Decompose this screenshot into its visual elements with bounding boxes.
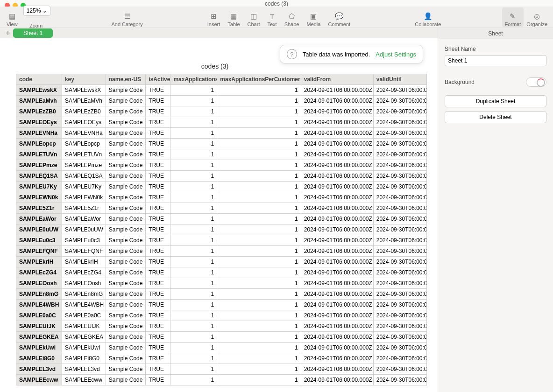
table-row[interactable]: SAMPLEVNHaSAMPLEVNHaSample CodeTRUE11202… <box>16 128 427 139</box>
cell-name[interactable]: Sample Code <box>106 300 146 310</box>
cell-isactive[interactable]: TRUE <box>146 235 170 246</box>
cell-maxappcust[interactable]: 1 <box>217 235 301 246</box>
cell-code[interactable]: SAMPLEcZG4 <box>16 267 62 278</box>
chart-button[interactable]: ◫Chart <box>244 7 264 27</box>
table-row[interactable]: SAMPLEFQNFSAMPLEFQNFSample CodeTRUE11202… <box>16 246 427 257</box>
duplicate-sheet-button[interactable]: Duplicate Sheet <box>445 95 546 107</box>
cell-name[interactable]: Sample Code <box>106 375 146 385</box>
cell-maxapp[interactable]: 1 <box>170 343 217 353</box>
cell-isactive[interactable]: TRUE <box>146 343 170 353</box>
cell-maxapp[interactable]: 1 <box>170 364 217 375</box>
cell-validfrom[interactable]: 2024-09-01T06:00:00.000Z <box>301 85 373 96</box>
cell-key[interactable]: SAMPLEVNHa <box>62 128 106 139</box>
col-header-isactive[interactable]: isActive <box>146 74 170 85</box>
table-row[interactable]: SAMPLEn8mGSAMPLEn8mGSample CodeTRUE11202… <box>16 289 427 300</box>
background-toggle[interactable] <box>526 77 546 87</box>
cell-isactive[interactable]: TRUE <box>146 117 170 128</box>
cell-validfrom[interactable]: 2024-09-01T06:00:00.000Z <box>301 364 373 375</box>
add-sheet-button[interactable]: + <box>3 29 13 37</box>
cell-name[interactable]: Sample Code <box>106 278 146 289</box>
cell-isactive[interactable]: TRUE <box>146 96 170 106</box>
cell-key[interactable]: SAMPLEi8G0 <box>62 353 106 364</box>
cell-isactive[interactable]: TRUE <box>146 214 170 224</box>
cell-isactive[interactable]: TRUE <box>146 224 170 235</box>
cell-validfrom[interactable]: 2024-09-01T06:00:00.000Z <box>301 128 373 139</box>
cell-name[interactable]: Sample Code <box>106 117 146 128</box>
cell-code[interactable]: SAMPLEPmze <box>16 160 62 171</box>
col-header-maxappcust[interactable]: maxApplicationsPerCustomer <box>217 74 301 85</box>
cell-maxapp[interactable]: 1 <box>170 171 217 182</box>
cell-maxapp[interactable]: 1 <box>170 235 217 246</box>
table-row[interactable]: SAMPLE4WBHSAMPLE4WBHSample CodeTRUE11202… <box>16 300 427 310</box>
cell-validuntil[interactable]: 2024-09-30T06:00:00 <box>373 235 426 246</box>
cell-key[interactable]: SAMPLEWN0k <box>62 192 106 203</box>
table-row[interactable]: SAMPLEaMvhSAMPLEaMVhSample CodeTRUE11202… <box>16 96 427 106</box>
cell-name[interactable]: Sample Code <box>106 149 146 160</box>
cell-validuntil[interactable]: 2024-09-30T06:00:00 <box>373 128 426 139</box>
cell-validfrom[interactable]: 2024-09-01T06:00:00.000Z <box>301 257 373 267</box>
cell-name[interactable]: Sample Code <box>106 246 146 257</box>
table-row[interactable]: SAMPLEU7KySAMPLEU7KySample CodeTRUE11202… <box>16 182 427 192</box>
cell-maxappcust[interactable]: 1 <box>217 332 301 343</box>
table-row[interactable]: SAMPLETUVnSAMPLETUVnSample CodeTRUE11202… <box>16 149 427 160</box>
cell-isactive[interactable]: TRUE <box>146 192 170 203</box>
cell-validfrom[interactable]: 2024-09-01T06:00:00.000Z <box>301 203 373 214</box>
cell-maxappcust[interactable]: 1 <box>217 224 301 235</box>
cell-isactive[interactable]: TRUE <box>146 246 170 257</box>
cell-code[interactable]: SAMPLEkrIH <box>16 257 62 267</box>
cell-maxapp[interactable]: 1 <box>170 267 217 278</box>
view-button[interactable]: ▤ View <box>3 7 21 27</box>
cell-validfrom[interactable]: 2024-09-01T06:00:00.000Z <box>301 192 373 203</box>
cell-maxappcust[interactable]: 1 <box>217 85 301 96</box>
cell-code[interactable]: SAMPLEOEys <box>16 117 62 128</box>
table-row[interactable]: SAMPLEPmzeSAMPLEPmzeSample CodeTRUE11202… <box>16 160 427 171</box>
cell-validuntil[interactable]: 2024-09-30T06:00:00 <box>373 321 426 332</box>
sheet-name-input[interactable] <box>445 55 546 66</box>
cell-maxappcust[interactable]: 1 <box>217 343 301 353</box>
cell-isactive[interactable]: TRUE <box>146 85 170 96</box>
cell-isactive[interactable]: TRUE <box>146 353 170 364</box>
cell-name[interactable]: Sample Code <box>106 267 146 278</box>
cell-name[interactable]: Sample Code <box>106 235 146 246</box>
cell-maxappcust[interactable]: 1 <box>217 214 301 224</box>
cell-isactive[interactable]: TRUE <box>146 182 170 192</box>
cell-maxapp[interactable]: 1 <box>170 203 217 214</box>
cell-code[interactable]: SAMPLEu0c3 <box>16 235 62 246</box>
cell-isactive[interactable]: TRUE <box>146 149 170 160</box>
cell-validfrom[interactable]: 2024-09-01T06:00:00.000Z <box>301 321 373 332</box>
cell-key[interactable]: SAMPLEPmze <box>62 160 106 171</box>
table-row[interactable]: SAMPLEUfJKSAMPLEUfJKSample CodeTRUE11202… <box>16 321 427 332</box>
cell-code[interactable]: SAMPLEopcp <box>16 139 62 149</box>
cell-maxapp[interactable]: 1 <box>170 224 217 235</box>
cell-name[interactable]: Sample Code <box>106 160 146 171</box>
cell-maxapp[interactable]: 1 <box>170 214 217 224</box>
cell-validuntil[interactable]: 2024-09-30T06:00:00 <box>373 343 426 353</box>
cell-code[interactable]: SAMPLEEcww <box>16 375 62 385</box>
table-row[interactable]: SAMPLEkrIHSAMPLEkrIHSample CodeTRUE11202… <box>16 257 427 267</box>
cell-name[interactable]: Sample Code <box>106 321 146 332</box>
table-row[interactable]: SAMPLEWN0kSAMPLEWN0kSample CodeTRUE11202… <box>16 192 427 203</box>
table-row[interactable]: SAMPLEaWorSAMPLEaWorSample CodeTRUE11202… <box>16 214 427 224</box>
cell-isactive[interactable]: TRUE <box>146 310 170 321</box>
cell-maxapp[interactable]: 1 <box>170 246 217 257</box>
cell-maxapp[interactable]: 1 <box>170 128 217 139</box>
cell-code[interactable]: SAMPLEaWor <box>16 214 62 224</box>
cell-validuntil[interactable]: 2024-09-30T06:00:00 <box>373 375 426 385</box>
cell-validuntil[interactable]: 2024-09-30T06:00:00 <box>373 300 426 310</box>
cell-maxappcust[interactable]: 1 <box>217 203 301 214</box>
table-row[interactable]: SAMPLEwskXSAMPLEwskXSample CodeTRUE11202… <box>16 85 427 96</box>
help-icon[interactable]: ? <box>287 49 297 59</box>
cell-validuntil[interactable]: 2024-09-30T06:00:00 <box>373 182 426 192</box>
table-row[interactable]: SAMPLEcZG4SAMPLEcZG4Sample CodeTRUE11202… <box>16 267 427 278</box>
cell-maxapp[interactable]: 1 <box>170 96 217 106</box>
cell-key[interactable]: SAMPLE4WBH <box>62 300 106 310</box>
cell-isactive[interactable]: TRUE <box>146 364 170 375</box>
cell-maxapp[interactable]: 1 <box>170 278 217 289</box>
cell-validfrom[interactable]: 2024-09-01T06:00:00.000Z <box>301 343 373 353</box>
cell-isactive[interactable]: TRUE <box>146 300 170 310</box>
cell-name[interactable]: Sample Code <box>106 364 146 375</box>
cell-name[interactable]: Sample Code <box>106 128 146 139</box>
cell-code[interactable]: SAMPLEL3vd <box>16 364 62 375</box>
cell-code[interactable]: SAMPLEn8mG <box>16 289 62 300</box>
cell-validuntil[interactable]: 2024-09-30T06:00:00 <box>373 117 426 128</box>
